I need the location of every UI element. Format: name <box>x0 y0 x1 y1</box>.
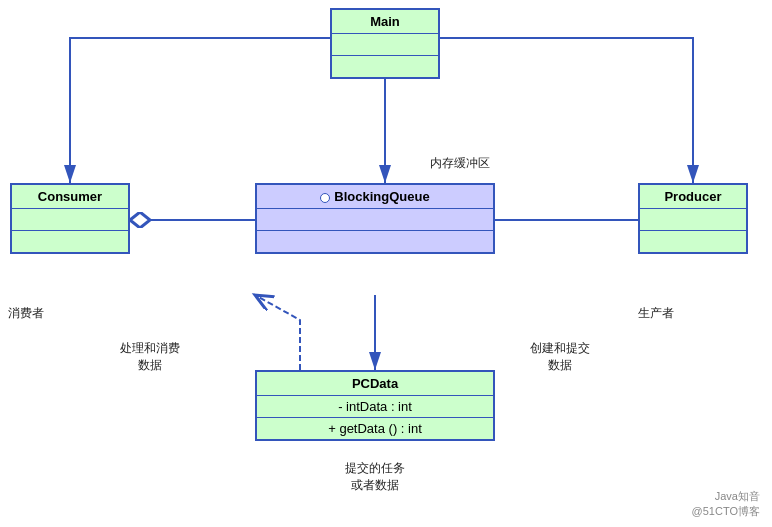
bq-class-row1 <box>257 208 493 230</box>
producer-role-label: 生产者 <box>638 305 674 322</box>
interface-circle-icon <box>320 193 330 203</box>
watermark-line2: @51CTO博客 <box>692 504 760 519</box>
process-consume-label: 处理和消费数据 <box>90 340 210 374</box>
pcdata-class-header: PCData <box>257 372 493 395</box>
consumer-role-label: 消费者 <box>8 305 44 322</box>
submitted-task-label: 提交的任务或者数据 <box>255 460 495 494</box>
pcdata-class-box: PCData - intData : int + getData () : in… <box>255 370 495 441</box>
main-class-row1 <box>332 33 438 55</box>
consumer-class-row2 <box>12 230 128 252</box>
pcdata-class-row1: - intData : int <box>257 395 493 417</box>
diagram-arrows <box>0 0 772 527</box>
producer-class-row1 <box>640 208 746 230</box>
producer-class-box: Producer <box>638 183 748 254</box>
producer-class-header: Producer <box>640 185 746 208</box>
watermark: Java知音 @51CTO博客 <box>692 489 760 519</box>
create-submit-label: 创建和提交数据 <box>500 340 620 374</box>
blockingqueue-class-box: BlockingQueue <box>255 183 495 254</box>
memory-buffer-label: 内存缓冲区 <box>430 155 490 172</box>
pcdata-class-row2: + getData () : int <box>257 417 493 439</box>
main-class-header: Main <box>332 10 438 33</box>
producer-class-row2 <box>640 230 746 252</box>
uml-diagram: Main Consumer BlockingQueue Producer PCD… <box>0 0 772 527</box>
watermark-line1: Java知音 <box>692 489 760 504</box>
bq-class-row2 <box>257 230 493 252</box>
consumer-class-row1 <box>12 208 128 230</box>
blockingqueue-class-header: BlockingQueue <box>257 185 493 208</box>
main-class-row2 <box>332 55 438 77</box>
main-class-box: Main <box>330 8 440 79</box>
consumer-class-box: Consumer <box>10 183 130 254</box>
consumer-class-header: Consumer <box>12 185 128 208</box>
